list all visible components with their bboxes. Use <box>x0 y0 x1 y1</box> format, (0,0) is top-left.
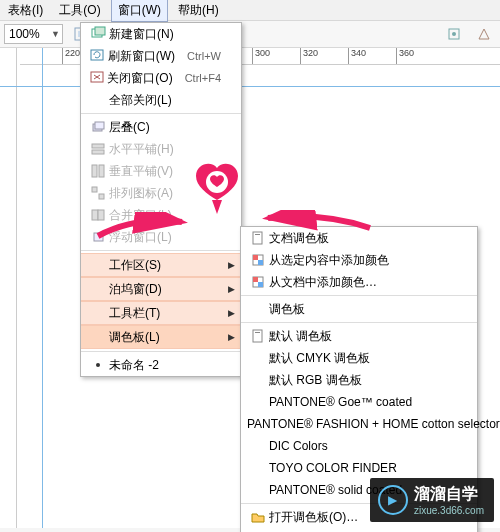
ruler-tick: 220 <box>62 48 80 64</box>
menu-shortcut: Ctrl+F4 <box>185 72 221 84</box>
svg-marker-6 <box>479 29 489 39</box>
menu-item-label: 调色板(L) <box>109 329 221 346</box>
menu-window[interactable]: 窗口(W) <box>111 0 168 22</box>
menu-item-label: TOYO COLOR FINDER <box>269 461 457 475</box>
svg-rect-14 <box>92 150 104 154</box>
svg-rect-30 <box>258 282 263 287</box>
ruler-tick: 360 <box>396 48 414 64</box>
menu-item-label: 工具栏(T) <box>109 305 221 322</box>
palette-menu-item-7[interactable]: 默认 CMYK 调色板 <box>241 347 477 369</box>
zoom-combo[interactable]: ▼ <box>4 24 63 44</box>
svg-rect-23 <box>253 232 262 244</box>
menu-item-label: 默认 CMYK 调色板 <box>269 350 457 367</box>
ruler-tick: 320 <box>300 48 318 64</box>
palette-menu-item-1[interactable]: 从选定内容中添加颜色 <box>241 249 477 271</box>
window-menu-item-14[interactable]: 工具栏(T)▶ <box>81 301 241 325</box>
window-menu-item-5[interactable]: 层叠(C) <box>81 116 241 138</box>
svg-rect-26 <box>253 255 258 260</box>
play-icon: ▶ <box>378 485 408 515</box>
palette-menu-item-9[interactable]: PANTONE® Goe™ coated <box>241 391 477 413</box>
window-menu-item-13[interactable]: 泊坞窗(D)▶ <box>81 277 241 301</box>
menu-tools[interactable]: 工具(O) <box>53 0 106 21</box>
toolbar-icon-3[interactable] <box>442 22 466 46</box>
svg-rect-18 <box>99 194 104 199</box>
swatch-icon <box>247 252 269 268</box>
window-menu-item-1[interactable]: 刷新窗口(W)Ctrl+W <box>81 45 241 67</box>
svg-rect-31 <box>253 330 262 342</box>
annotation-arrow-right <box>262 210 372 232</box>
heart-badge-annotation <box>190 162 244 216</box>
menu-item-label: PANTONE® FASHION + HOME cotton selector <box>247 417 500 431</box>
swatch-icon <box>247 274 269 290</box>
svg-rect-12 <box>95 122 104 129</box>
svg-rect-15 <box>92 165 97 177</box>
menu-item-label: 调色板 <box>269 301 457 318</box>
palette-menu-item-4[interactable]: 调色板 <box>241 298 477 320</box>
page-icon <box>247 328 269 344</box>
watermark: ▶ 溜溜自学 zixue.3d66.com <box>370 478 494 522</box>
open-icon <box>247 509 269 525</box>
ruler-tick: 300 <box>252 48 270 64</box>
submenu-arrow-icon: ▶ <box>228 308 235 318</box>
ruler-vertical <box>0 48 17 528</box>
svg-rect-13 <box>92 144 104 148</box>
menu-item-label: 文档调色板 <box>269 230 457 247</box>
page-icon <box>247 230 269 246</box>
menu-item-label: DIC Colors <box>269 439 457 453</box>
menu-item-label: 未命名 -2 <box>109 357 221 374</box>
menu-separator <box>81 250 241 251</box>
palette-menu-item-2[interactable]: 从文档中添加颜色… <box>241 271 477 293</box>
svg-rect-32 <box>255 332 260 333</box>
toolbar: ▼ <box>0 21 500 48</box>
menu-tables[interactable]: 表格(I) <box>2 0 49 21</box>
watermark-url: zixue.3d66.com <box>414 505 484 516</box>
window-menu-item-3[interactable]: 全部关闭(L) <box>81 89 241 111</box>
menu-item-label: 全部关闭(L) <box>109 92 221 109</box>
zoom-input[interactable] <box>7 26 51 42</box>
menu-separator <box>81 113 241 114</box>
menu-separator <box>241 295 477 296</box>
window-refresh-icon <box>87 48 108 64</box>
menu-item-label: 工作区(S) <box>109 257 221 274</box>
window-menu-item-0[interactable]: 新建窗口(N) <box>81 23 241 45</box>
svg-rect-29 <box>253 277 258 282</box>
menu-item-label: 默认 RGB 调色板 <box>269 372 457 389</box>
menu-item-label: 从文档中添加颜色… <box>269 274 457 291</box>
toolbar-icon-4[interactable] <box>472 22 496 46</box>
menu-item-label: 关闭窗口(O) <box>107 70 172 87</box>
palette-menu-item-16[interactable]: 从选择中创建调色板(E)… <box>241 528 477 532</box>
canvas-area: 220240260300320340360 新建窗口(N)刷新窗口(W)Ctrl… <box>0 48 500 528</box>
watermark-title: 溜溜自学 <box>414 484 484 505</box>
menu-shortcut: Ctrl+W <box>187 50 221 62</box>
window-new-icon <box>87 26 109 42</box>
annotation-arrow-left <box>96 212 188 242</box>
window-menu-item-15[interactable]: 调色板(L)▶ <box>81 325 241 349</box>
svg-rect-8 <box>95 27 105 35</box>
window-close-icon <box>87 70 107 86</box>
window-menu-item-2[interactable]: 关闭窗口(O)Ctrl+F4 <box>81 67 241 89</box>
tile-h-icon <box>87 141 109 157</box>
svg-point-22 <box>96 363 100 367</box>
palette-menu-item-8[interactable]: 默认 RGB 调色板 <box>241 369 477 391</box>
menu-item-label: 新建窗口(N) <box>109 26 221 43</box>
arrange-icon <box>87 185 109 201</box>
menu-item-label: 层叠(C) <box>109 119 221 136</box>
submenu-arrow-icon: ▶ <box>228 260 235 270</box>
guide-horizontal[interactable] <box>0 86 500 87</box>
svg-rect-24 <box>255 234 260 235</box>
window-menu-item-17[interactable]: 未命名 -2 <box>81 354 241 376</box>
palette-menu-item-6[interactable]: 默认 调色板 <box>241 325 477 347</box>
window-menu-item-12[interactable]: 工作区(S)▶ <box>81 253 241 277</box>
layers-icon <box>87 119 109 135</box>
tile-v-icon <box>87 163 109 179</box>
guide-vertical[interactable] <box>42 48 43 528</box>
svg-point-5 <box>452 32 456 36</box>
svg-rect-16 <box>99 165 104 177</box>
palette-menu-item-10[interactable]: PANTONE® FASHION + HOME cotton selector <box>241 413 477 435</box>
ruler-tick: 340 <box>348 48 366 64</box>
menu-help[interactable]: 帮助(H) <box>172 0 225 21</box>
palette-menu-item-12[interactable]: TOYO COLOR FINDER <box>241 457 477 479</box>
menu-separator <box>241 322 477 323</box>
palette-menu-item-11[interactable]: DIC Colors <box>241 435 477 457</box>
menu-item-label: 泊坞窗(D) <box>109 281 221 298</box>
